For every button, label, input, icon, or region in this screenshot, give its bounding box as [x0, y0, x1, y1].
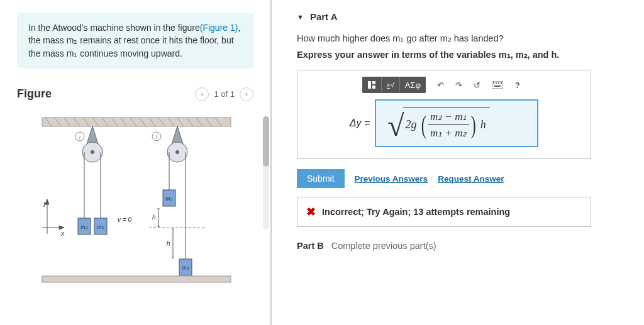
answer-box: x√ ΑΣφ ↶ ↷ ↺ ? Δy = √ 2g	[297, 70, 591, 159]
svg-rect-61	[493, 82, 494, 84]
expr-denominator: m₁ + m₂	[428, 125, 470, 140]
scrollbar-thumb[interactable]	[263, 116, 269, 167]
svg-rect-63	[498, 82, 499, 84]
keyboard-button[interactable]	[487, 77, 508, 93]
svg-text:h: h	[152, 214, 156, 221]
math-toolbar: x√ ΑΣφ ↶ ↷ ↺ ?	[305, 77, 583, 93]
left-scrollbar[interactable]	[263, 116, 269, 229]
svg-rect-59	[372, 85, 375, 89]
help-button[interactable]: ?	[509, 77, 526, 93]
svg-text:m₂: m₂	[97, 224, 104, 230]
figure-title: Figure	[17, 87, 52, 101]
svg-rect-0	[42, 118, 231, 126]
frac-sqrt-button[interactable]: x√	[382, 77, 400, 93]
problem-intro: In the Atwood's machine shown in the fig…	[17, 13, 253, 69]
svg-text:h: h	[167, 240, 170, 247]
redo-button[interactable]: ↷	[450, 77, 467, 93]
svg-rect-57	[368, 81, 371, 89]
figure-link[interactable]: (Figure 1)	[200, 23, 238, 33]
reset-button[interactable]: ↺	[469, 77, 486, 93]
svg-rect-58	[372, 81, 375, 84]
part-b-status: Complete previous part(s)	[331, 241, 436, 251]
greek-button[interactable]: ΑΣφ	[400, 77, 426, 93]
part-a-label: Part A	[310, 11, 338, 22]
expr-coef: 2g	[406, 118, 417, 131]
caret-down-icon: ▼	[297, 13, 304, 21]
part-b-label: Part B	[297, 241, 324, 251]
svg-point-21	[91, 150, 94, 154]
svg-marker-34	[59, 226, 64, 229]
expr-tail: h	[480, 118, 486, 131]
math-input-field[interactable]: √ 2g m₂ − m₁ m₁ + m₂ h	[375, 99, 538, 147]
figure-pager: ‹ 1 of 1 ›	[195, 87, 253, 101]
expr-numerator: m₂ − m₁	[428, 110, 470, 125]
svg-text:m₁: m₁	[80, 224, 88, 230]
svg-text:i: i	[79, 134, 81, 140]
question-text: How much higher does m₁ go after m₂ has …	[297, 33, 629, 43]
previous-answers-link[interactable]: Previous Answers	[355, 174, 428, 184]
figure-image: m₁ m₂ v = 0 i y x m₁	[9, 105, 261, 295]
figure-prev-button[interactable]: ‹	[195, 87, 209, 101]
feedback-box: ✖ Incorrect; Try Again; 13 attempts rema…	[297, 197, 591, 227]
answer-lhs: Δy =	[350, 118, 370, 129]
submit-button[interactable]: Submit	[297, 169, 345, 188]
svg-rect-62	[496, 82, 497, 84]
instruction-text: Express your answer in terms of the vari…	[297, 50, 629, 60]
sqrt-icon: √	[387, 111, 404, 143]
feedback-message: Incorrect; Try Again; 13 attempts remain…	[322, 207, 510, 217]
part-a-header[interactable]: ▼ Part A	[297, 11, 629, 22]
svg-rect-56	[42, 276, 231, 282]
intro-text-prefix: In the Atwood's machine shown in the fig…	[28, 23, 200, 33]
svg-text:v = 0: v = 0	[118, 216, 131, 223]
svg-rect-60	[492, 81, 503, 89]
request-answer-link[interactable]: Request Answer	[438, 174, 504, 184]
template-button[interactable]	[362, 77, 382, 93]
svg-rect-65	[494, 85, 501, 87]
figure-page-count: 1 of 1	[214, 89, 235, 99]
svg-text:f: f	[156, 134, 158, 140]
undo-button[interactable]: ↶	[432, 77, 449, 93]
svg-text:m₁: m₁	[165, 196, 173, 202]
svg-point-38	[175, 150, 179, 154]
svg-text:m₂: m₂	[182, 265, 189, 271]
svg-rect-64	[501, 82, 502, 84]
incorrect-icon: ✖	[306, 205, 316, 219]
svg-text:x: x	[60, 230, 65, 237]
figure-next-button[interactable]: ›	[240, 87, 253, 101]
part-b-header: Part B Complete previous part(s)	[297, 241, 629, 251]
svg-text:y: y	[43, 200, 47, 207]
